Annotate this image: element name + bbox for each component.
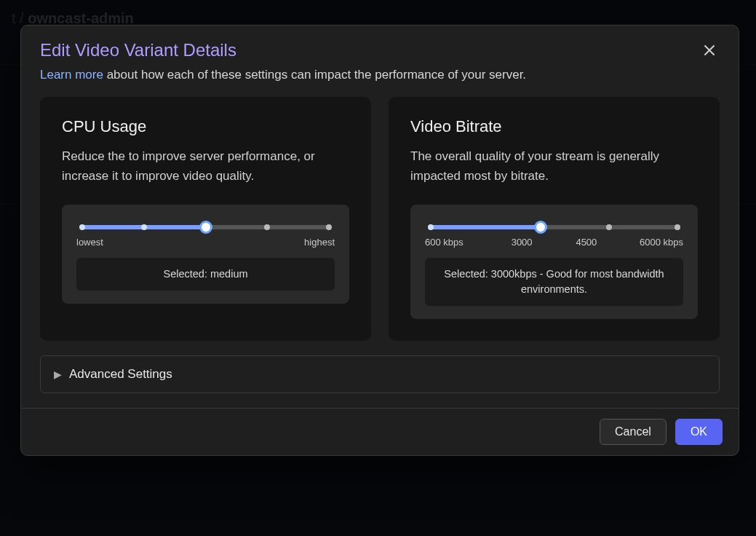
advanced-settings-label: Advanced Settings: [69, 367, 172, 382]
ok-button[interactable]: OK: [675, 419, 723, 445]
cpu-slider-labels: lowest highest: [76, 237, 335, 248]
bitrate-slider-labels: 600 kbps 3000 4500 6000 kbps: [425, 237, 683, 248]
video-bitrate-card: Video Bitrate The overall quality of you…: [389, 97, 720, 341]
modal-footer: Cancel OK: [21, 408, 739, 455]
cancel-button[interactable]: Cancel: [600, 419, 667, 445]
cpu-selected-readout: Selected: medium: [76, 258, 335, 291]
cpu-usage-card: CPU Usage Reduce the to improve server p…: [40, 97, 371, 341]
bitrate-slider-container: 600 kbps 3000 4500 6000 kbps Selected: 3…: [410, 205, 698, 319]
bitrate-slider-handle[interactable]: [534, 221, 547, 234]
advanced-settings-toggle[interactable]: ▶ Advanced Settings: [40, 355, 720, 393]
bitrate-description: The overall quality of your stream is ge…: [410, 146, 698, 186]
chevron-right-icon: ▶: [54, 368, 62, 380]
cpu-slider-container: lowest highest Selected: medium: [62, 205, 349, 304]
cpu-description: Reduce the to improve server performance…: [62, 146, 349, 186]
bitrate-selected-readout: Selected: 3000kbps - Good for most bandw…: [425, 258, 683, 306]
edit-video-variant-modal: Edit Video Variant Details Learn more ab…: [20, 25, 739, 456]
learn-more-link[interactable]: Learn more: [40, 68, 103, 82]
close-icon: [704, 44, 715, 56]
bitrate-heading: Video Bitrate: [410, 117, 698, 136]
close-button[interactable]: [699, 40, 720, 60]
cpu-slider[interactable]: [82, 225, 329, 229]
modal-title: Edit Video Variant Details: [40, 40, 236, 60]
bitrate-slider[interactable]: [431, 225, 677, 229]
modal-subtitle: Learn more about how each of these setti…: [21, 65, 739, 97]
cpu-slider-handle[interactable]: [199, 221, 212, 234]
cpu-heading: CPU Usage: [62, 117, 349, 136]
